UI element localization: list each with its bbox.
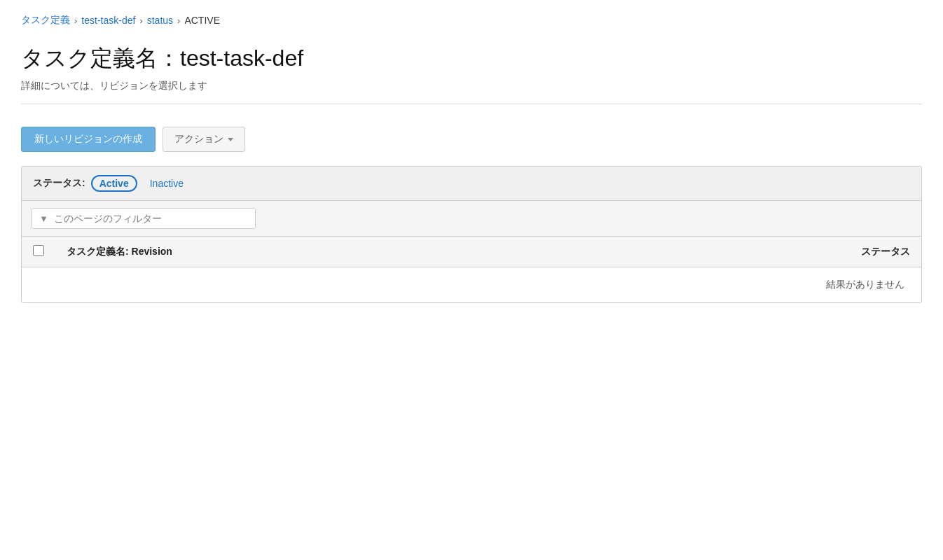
col-header-status: ステータス [611, 237, 921, 267]
checkbox-header-col [22, 237, 55, 267]
no-results-message: 結果がありません [22, 267, 921, 302]
breadcrumb-current: ACTIVE [184, 15, 220, 26]
filter-input[interactable] [54, 213, 248, 224]
data-table: タスク定義名: Revision ステータス [22, 237, 921, 267]
chevron-down-icon [228, 138, 233, 141]
page-title: タスク定義名：test-task-def [21, 43, 922, 74]
status-tab-inactive[interactable]: Inactive [143, 176, 191, 190]
breadcrumb-task-def[interactable]: タスク定義 [21, 14, 70, 27]
breadcrumb-sep-2: › [139, 15, 142, 26]
filter-bar: ▼ [22, 201, 921, 237]
table-container: ステータス: Active Inactive ▼ タスク定義名: Revisio… [21, 166, 922, 303]
breadcrumb-sep-3: › [177, 15, 180, 26]
action-button-label: アクション [174, 133, 223, 146]
breadcrumb-sep-1: › [74, 15, 77, 26]
col-header-name: タスク定義名: Revision [55, 237, 611, 267]
status-filter-label: ステータス: [33, 177, 85, 190]
breadcrumb: タスク定義 › test-task-def › status › ACTIVE [21, 14, 922, 27]
action-bar: 新しいリビジョンの作成 アクション [21, 127, 922, 152]
breadcrumb-test-task-def[interactable]: test-task-def [81, 15, 135, 26]
filter-input-wrapper: ▼ [32, 208, 256, 229]
breadcrumb-status[interactable]: status [147, 15, 173, 26]
select-all-checkbox[interactable] [33, 245, 44, 256]
action-button[interactable]: アクション [163, 127, 245, 152]
status-tab-active[interactable]: Active [91, 175, 137, 192]
create-revision-button[interactable]: 新しいリビジョンの作成 [21, 127, 156, 152]
filter-icon: ▼ [39, 214, 48, 224]
page-subtitle: 詳細については、リビジョンを選択します [21, 80, 922, 104]
status-filter-bar: ステータス: Active Inactive [22, 167, 921, 201]
table-header-row: タスク定義名: Revision ステータス [22, 237, 921, 267]
